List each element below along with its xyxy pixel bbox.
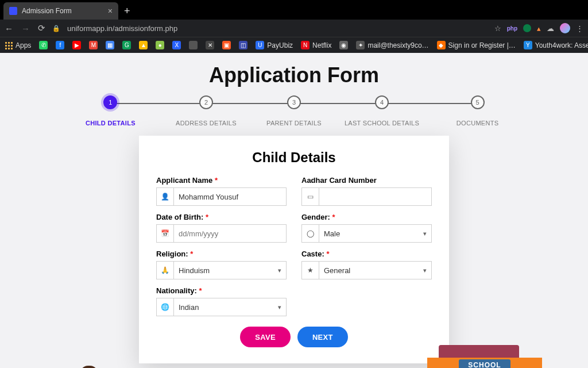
bookmark-item[interactable]: ◉ (339, 41, 348, 49)
save-button[interactable]: SAVE (240, 327, 291, 347)
step-circle: 1 (103, 95, 117, 109)
chevron-updown-icon: ▾ (273, 304, 286, 311)
lock-icon: 🔒 (52, 25, 60, 32)
step-3[interactable]: 3 (287, 95, 301, 109)
chevron-updown-icon: ▾ (419, 267, 431, 274)
bookmark-icon: ✕ (206, 41, 214, 49)
bookmark-icon: ● (156, 41, 164, 49)
circle-icon: ◯ (302, 225, 319, 242)
bookmark-item[interactable]: f (56, 41, 64, 49)
apps-label: Apps (16, 41, 31, 49)
bookmark-item[interactable]: ▣ (222, 41, 231, 49)
bookmark-item[interactable]: ▦ (106, 41, 114, 49)
placeholder-dob: dd/mm/yyyy (174, 229, 286, 238)
ext-icon[interactable] (523, 24, 531, 32)
globe-icon: 🌐 (157, 298, 174, 316)
bookmark-icon: ▦ (106, 41, 114, 49)
apps-button[interactable]: Apps (5, 41, 31, 49)
step-4[interactable]: 4 (375, 95, 389, 109)
browser-chrome: Admission Form × + ← → ⟳ 🔒 uniformapp.in… (0, 0, 588, 53)
bookmark-item[interactable]: NNetflix (301, 41, 331, 49)
browser-tab[interactable]: Admission Form × (3, 2, 118, 20)
bookmark-item[interactable] (189, 41, 198, 49)
ext-icon[interactable]: ▴ (537, 24, 541, 33)
bookmark-icon: G (122, 41, 131, 49)
url-text[interactable]: uniformapp.in/admissionform.php (67, 24, 488, 33)
label-applicant-name: Applicant Name * (156, 176, 287, 185)
input-dob[interactable]: 📅 dd/mm/yyyy (156, 224, 287, 243)
ext-icon[interactable]: ☁ (547, 24, 554, 33)
label-nationality: Nationality: * (156, 286, 287, 295)
bookmark-item[interactable]: ▲ (139, 41, 148, 49)
field-gender: Gender: * ◯ Male ▾ (301, 213, 432, 243)
field-nationality: Nationality: * 🌐 Indian ▾ (156, 286, 287, 316)
bookmark-icon: X (172, 41, 181, 49)
profile-icon[interactable] (560, 23, 570, 33)
calendar-icon: 📅 (157, 225, 174, 242)
ext-icon[interactable]: php (507, 25, 517, 32)
bookmark-icon: ▶ (72, 41, 81, 49)
page-body: Application Form 12345 CHILD DETAILSADDR… (0, 53, 588, 368)
field-aadhar: Aadhar Card Number ▭ (301, 176, 432, 206)
chevron-updown-icon: ▾ (273, 267, 286, 274)
bookmark-item[interactable]: ✦mail@thesixty9co… (356, 41, 428, 49)
star-icon: ★ (302, 262, 319, 279)
bookmark-item[interactable]: ◆Sign in or Register |… (437, 41, 516, 49)
value-nationality: Indian (174, 303, 273, 312)
value-applicant-name: Mohammd Yousuf (174, 193, 286, 201)
step-2[interactable]: 2 (199, 95, 213, 109)
bookmark-item[interactable]: ◫ (239, 41, 247, 49)
select-caste[interactable]: ★ General ▾ (301, 261, 432, 279)
reload-icon[interactable]: ⟳ (38, 23, 45, 33)
bookmark-item[interactable]: ▶ (72, 41, 81, 49)
bookmark-item[interactable]: ✕ (206, 41, 214, 49)
step-label-3: PARENT DETAILS (266, 120, 322, 126)
bookmark-label: Youth4work: Asses… (535, 41, 588, 49)
bookmark-icon: M (89, 41, 98, 49)
bookmark-item[interactable]: ✆ (39, 41, 48, 49)
bookmark-icon: ▲ (139, 41, 148, 49)
select-nationality[interactable]: 🌐 Indian ▾ (156, 298, 287, 316)
menu-icon[interactable]: ⋮ (576, 24, 583, 33)
bookmark-label: Netflix (312, 41, 331, 49)
bookmark-label: PayUbiz (267, 41, 293, 49)
star-icon[interactable]: ☆ (494, 24, 501, 33)
label-gender: Gender: * (301, 213, 432, 221)
input-applicant-name[interactable]: 👤 Mohammd Yousuf (156, 187, 287, 206)
value-gender: Male (319, 229, 419, 238)
step-circle: 2 (199, 95, 213, 109)
forward-icon[interactable]: → (21, 24, 30, 33)
apps-icon (5, 41, 13, 49)
select-gender[interactable]: ◯ Male ▾ (301, 224, 432, 243)
stepper-labels: CHILD DETAILSADDRESS DETAILSPARENT DETAI… (99, 120, 489, 132)
step-label-4: LAST SCHOOL DETAILS (345, 120, 419, 126)
bookmark-item[interactable]: G (122, 41, 131, 49)
step-1[interactable]: 1 (103, 95, 117, 109)
bookmark-item[interactable]: UPayUbiz (256, 41, 293, 49)
label-caste: Caste: * (301, 250, 432, 258)
bookmark-item[interactable]: M (89, 41, 98, 49)
bookmark-icon: ◆ (437, 41, 446, 49)
pray-icon: 🙏 (157, 262, 174, 279)
bookmark-item[interactable]: X (172, 41, 181, 49)
bookmark-icon: ✦ (356, 41, 365, 49)
step-label-1: CHILD DETAILS (86, 120, 136, 126)
bookmark-icon: f (56, 41, 64, 49)
back-icon[interactable]: ← (5, 24, 13, 33)
person-icon: 👤 (157, 188, 174, 205)
step-circle: 3 (287, 95, 301, 109)
card-title: Child Details (156, 150, 432, 166)
new-tab-button[interactable]: + (118, 5, 136, 20)
bookmark-item[interactable]: YYouth4work: Asses… (524, 41, 588, 49)
input-aadhar[interactable]: ▭ (301, 187, 432, 206)
label-dob: Date of Birth: * (156, 213, 287, 221)
bookmarks-bar: Apps ✆f▶M▦G▲●X✕▣◫UPayUbizNNetflix◉✦mail@… (0, 37, 588, 53)
step-5[interactable]: 5 (471, 95, 485, 109)
next-button[interactable]: NEXT (297, 327, 348, 347)
field-caste: Caste: * ★ General ▾ (301, 250, 432, 279)
select-religion[interactable]: 🙏 Hinduism ▾ (156, 261, 287, 279)
step-circle: 4 (375, 95, 389, 109)
bookmark-item[interactable]: ● (156, 41, 164, 49)
close-tab-icon[interactable]: × (108, 7, 113, 15)
bookmark-icon: ◉ (339, 41, 348, 49)
